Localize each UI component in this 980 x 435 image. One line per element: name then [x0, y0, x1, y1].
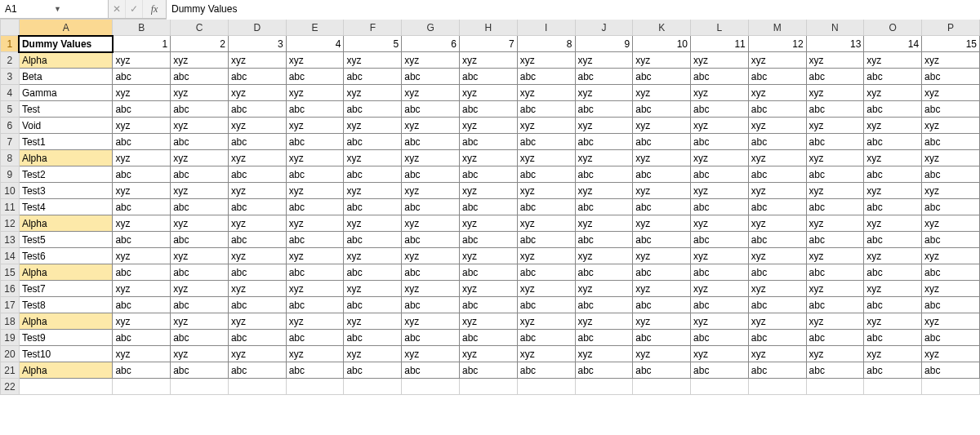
cell-A17[interactable]: Test8 [19, 297, 112, 313]
cell-O10[interactable]: xyz [864, 183, 922, 199]
cell-L11[interactable]: abc [691, 199, 749, 215]
cell-O22[interactable] [864, 379, 922, 395]
cell-G22[interactable] [402, 379, 460, 395]
cell-L21[interactable]: abc [691, 362, 749, 379]
cell-B5[interactable]: abc [113, 101, 171, 118]
cell-C7[interactable]: abc [171, 134, 229, 150]
cell-L2[interactable]: xyz [691, 52, 749, 69]
cell-J1[interactable]: 9 [575, 36, 633, 52]
cell-M3[interactable]: abc [748, 69, 806, 85]
cell-G14[interactable]: xyz [402, 248, 460, 264]
cell-F14[interactable]: xyz [344, 248, 402, 264]
cell-G18[interactable]: xyz [402, 313, 460, 330]
cell-D22[interactable] [228, 379, 286, 395]
cell-I5[interactable]: abc [517, 101, 575, 118]
cell-H2[interactable]: xyz [459, 52, 517, 69]
cell-H4[interactable]: xyz [459, 85, 517, 101]
cell-I8[interactable]: xyz [517, 150, 575, 166]
cell-J5[interactable]: abc [575, 101, 633, 118]
cell-L14[interactable]: xyz [691, 248, 749, 264]
cell-P3[interactable]: abc [922, 69, 980, 85]
cell-A20[interactable]: Test10 [19, 346, 112, 362]
column-header-F[interactable]: F [344, 20, 402, 36]
accept-icon[interactable]: ✓ [126, 0, 143, 18]
cell-F11[interactable]: abc [344, 199, 402, 215]
cell-F4[interactable]: xyz [344, 85, 402, 101]
cell-F6[interactable]: xyz [344, 118, 402, 134]
cell-N7[interactable]: abc [806, 134, 864, 150]
cell-A19[interactable]: Test9 [19, 330, 112, 346]
cell-K5[interactable]: abc [633, 101, 691, 118]
row-header-3[interactable]: 3 [1, 69, 20, 85]
cell-A7[interactable]: Test1 [19, 134, 112, 150]
cell-M6[interactable]: xyz [748, 118, 806, 134]
row-header-12[interactable]: 12 [1, 215, 20, 232]
cell-M13[interactable]: abc [748, 232, 806, 248]
cell-L4[interactable]: xyz [691, 85, 749, 101]
cell-F3[interactable]: abc [344, 69, 402, 85]
cell-A4[interactable]: Gamma [19, 85, 112, 101]
cell-E9[interactable]: abc [286, 166, 344, 183]
cell-P16[interactable]: xyz [922, 281, 980, 297]
cell-J13[interactable]: abc [575, 232, 633, 248]
cell-D19[interactable]: abc [228, 330, 286, 346]
cell-B6[interactable]: xyz [113, 118, 171, 134]
cell-J3[interactable]: abc [575, 69, 633, 85]
cell-N18[interactable]: xyz [806, 313, 864, 330]
cell-N6[interactable]: xyz [806, 118, 864, 134]
cell-P20[interactable]: xyz [922, 346, 980, 362]
cell-N3[interactable]: abc [806, 69, 864, 85]
cell-D10[interactable]: xyz [228, 183, 286, 199]
cell-N14[interactable]: xyz [806, 248, 864, 264]
cell-G19[interactable]: abc [402, 330, 460, 346]
cell-G4[interactable]: xyz [402, 85, 460, 101]
cell-D18[interactable]: xyz [228, 313, 286, 330]
cell-D20[interactable]: xyz [228, 346, 286, 362]
cell-D16[interactable]: xyz [228, 281, 286, 297]
cell-D3[interactable]: abc [228, 69, 286, 85]
cell-H22[interactable] [459, 379, 517, 395]
cell-A1[interactable]: Dummy Values [19, 36, 112, 52]
cell-F20[interactable]: xyz [344, 346, 402, 362]
cell-K13[interactable]: abc [633, 232, 691, 248]
row-header-19[interactable]: 19 [1, 330, 20, 346]
cell-L9[interactable]: abc [691, 166, 749, 183]
cell-C12[interactable]: xyz [171, 215, 229, 232]
cell-E15[interactable]: abc [286, 264, 344, 281]
cell-A11[interactable]: Test4 [19, 199, 112, 215]
cell-L22[interactable] [691, 379, 749, 395]
cell-F22[interactable] [344, 379, 402, 395]
cell-P12[interactable]: xyz [922, 215, 980, 232]
cell-L12[interactable]: xyz [691, 215, 749, 232]
cell-H17[interactable]: abc [459, 297, 517, 313]
column-header-K[interactable]: K [633, 20, 691, 36]
cell-O4[interactable]: xyz [864, 85, 922, 101]
cell-C18[interactable]: xyz [171, 313, 229, 330]
cell-M5[interactable]: abc [748, 101, 806, 118]
row-header-8[interactable]: 8 [1, 150, 20, 166]
cell-C16[interactable]: xyz [171, 281, 229, 297]
cell-C11[interactable]: abc [171, 199, 229, 215]
cell-B14[interactable]: xyz [113, 248, 171, 264]
cell-J2[interactable]: xyz [575, 52, 633, 69]
cell-N12[interactable]: xyz [806, 215, 864, 232]
cell-O12[interactable]: xyz [864, 215, 922, 232]
cell-P6[interactable]: xyz [922, 118, 980, 134]
cell-N8[interactable]: xyz [806, 150, 864, 166]
cell-E10[interactable]: xyz [286, 183, 344, 199]
cell-B1[interactable]: 1 [113, 36, 171, 52]
cell-K11[interactable]: abc [633, 199, 691, 215]
cell-H15[interactable]: abc [459, 264, 517, 281]
cell-L1[interactable]: 11 [691, 36, 749, 52]
cell-A21[interactable]: Alpha [19, 362, 112, 379]
cell-A15[interactable]: Alpha [19, 264, 112, 281]
cell-F2[interactable]: xyz [344, 52, 402, 69]
cell-D2[interactable]: xyz [228, 52, 286, 69]
cell-N19[interactable]: abc [806, 330, 864, 346]
cell-J8[interactable]: xyz [575, 150, 633, 166]
cell-G11[interactable]: abc [402, 199, 460, 215]
cell-G21[interactable]: abc [402, 362, 460, 379]
cell-J22[interactable] [575, 379, 633, 395]
cell-O21[interactable]: abc [864, 362, 922, 379]
cell-B13[interactable]: abc [113, 232, 171, 248]
